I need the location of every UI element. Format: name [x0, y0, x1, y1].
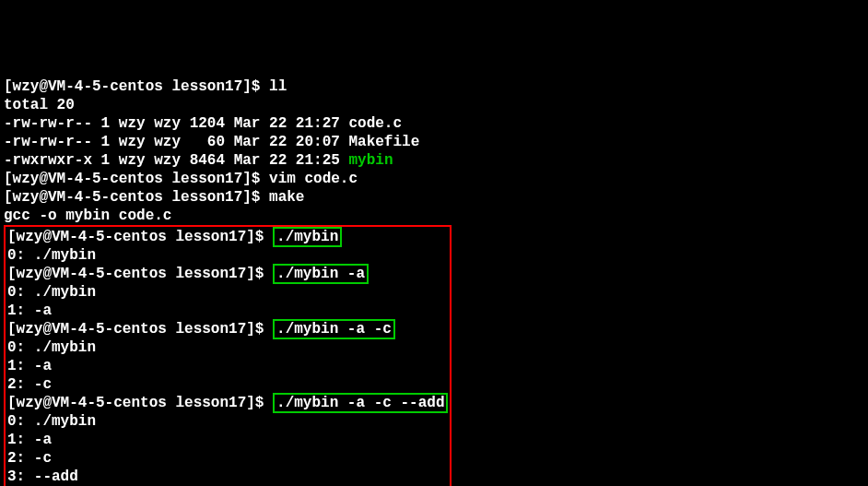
highlighted-command: ./mybin -a -c --add — [273, 393, 448, 413]
highlighted-command: ./mybin -a -c — [273, 319, 395, 339]
prompt: [wzy@VM-4-5-centos lesson17]$ — [7, 266, 273, 282]
prompt: [wzy@VM-4-5-centos lesson17]$ — [4, 78, 269, 95]
command-ll: ll — [269, 78, 287, 95]
highlighted-section: [wzy@VM-4-5-centos lesson17]$ ./mybin 0:… — [4, 225, 452, 486]
command-output: 0: ./mybin 1: -a 2: -c — [7, 339, 96, 393]
make-output: gcc -o mybin code.c — [4, 207, 171, 224]
command-output: 0: ./mybin — [7, 247, 96, 264]
terminal-line: [wzy@VM-4-5-centos lesson17]$ ./mybin — [7, 227, 342, 247]
command-output: 0: ./mybin 1: -a — [7, 284, 96, 319]
command-output: 0: ./mybin 1: -a 2: -c 3: --add — [7, 413, 96, 485]
command-vim: vim code.c — [269, 171, 358, 187]
terminal-line: [wzy@VM-4-5-centos lesson17]$ ./mybin -a… — [7, 393, 448, 413]
terminal-line: [wzy@VM-4-5-centos lesson17]$ make — [4, 189, 304, 206]
prompt: [wzy@VM-4-5-centos lesson17]$ — [7, 395, 273, 411]
executable-file: mybin — [348, 152, 393, 169]
highlighted-command: ./mybin — [273, 227, 342, 247]
terminal-line: [wzy@VM-4-5-centos lesson17]$ ll — [4, 78, 287, 95]
prompt: [wzy@VM-4-5-centos lesson17]$ — [7, 321, 273, 338]
prompt: [wzy@VM-4-5-centos lesson17]$ — [4, 189, 269, 206]
highlighted-command: ./mybin -a — [273, 264, 369, 284]
terminal-line: [wzy@VM-4-5-centos lesson17]$ ./mybin -a — [7, 264, 369, 284]
terminal-line: [wzy@VM-4-5-centos lesson17]$ vim code.c — [4, 171, 358, 187]
command-make: make — [269, 189, 304, 206]
terminal-line: [wzy@VM-4-5-centos lesson17]$ ./mybin -a… — [7, 319, 395, 339]
prompt: [wzy@VM-4-5-centos lesson17]$ — [4, 171, 269, 187]
prompt: [wzy@VM-4-5-centos lesson17]$ — [7, 229, 273, 245]
